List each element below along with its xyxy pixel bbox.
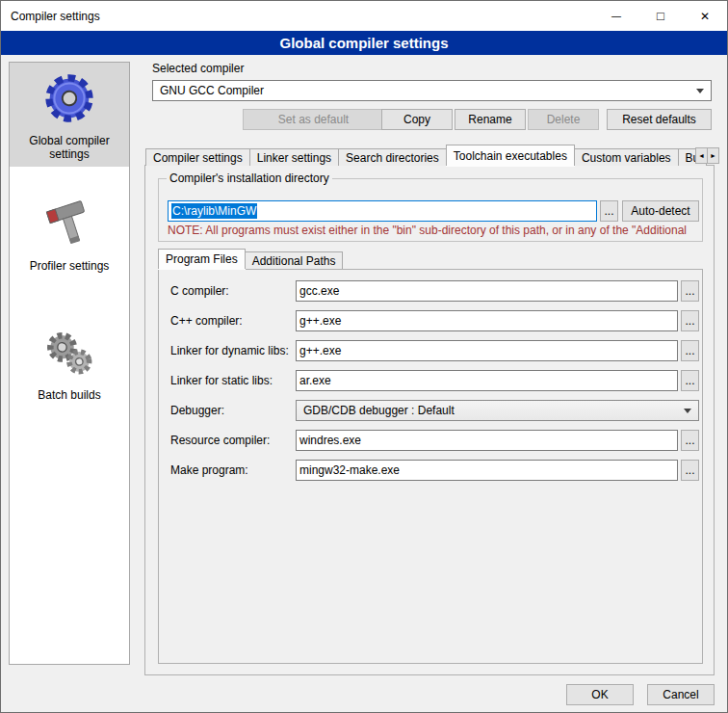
static-linker-input[interactable]: ar.exe [296, 370, 678, 391]
tab-toolchain-executables[interactable]: Toolchain executables [446, 145, 575, 166]
installation-directory-value: C:\raylib\MinGW [171, 203, 257, 219]
installation-directory-groupbox: Compiler's installation directory C:\ray… [158, 178, 703, 242]
cpp-compiler-browse-button[interactable]: ... [681, 310, 699, 331]
ok-button[interactable]: OK [566, 684, 634, 705]
sidebar-item-label: Batch builds [38, 388, 100, 402]
dropdown-arrow-icon [684, 409, 691, 413]
set-as-default-button: Set as default [243, 109, 384, 130]
form-row-resource-compiler: Resource compiler: windres.exe ... [159, 430, 702, 451]
resource-compiler-value: windres.exe [299, 434, 361, 447]
selected-compiler-label: Selected compiler [152, 62, 244, 75]
reset-defaults-button[interactable]: Reset defaults [607, 109, 712, 130]
static-linker-label: Linker for static libs: [170, 374, 273, 387]
debugger-label: Debugger: [170, 404, 224, 417]
tab-compiler-settings[interactable]: Compiler settings [145, 148, 250, 166]
installation-directory-browse-button[interactable]: ... [600, 200, 618, 222]
make-program-value: mingw32-make.exe [299, 463, 400, 477]
tab-scroll-right-icon[interactable]: ► [707, 147, 719, 164]
titlebar-buttons: — □ ✕ [594, 1, 727, 31]
dynamic-linker-value: g++.exe [299, 344, 341, 357]
sidebar-item-profiler-settings[interactable]: Profiler settings [10, 188, 129, 278]
cpp-compiler-label: C++ compiler: [170, 314, 243, 328]
minimize-button[interactable]: — [594, 1, 638, 31]
dropdown-arrow-icon [696, 89, 704, 93]
form-row-dynamic-linker: Linker for dynamic libs: g++.exe ... [159, 340, 702, 361]
make-program-label: Make program: [170, 463, 248, 477]
gray-gears-icon [39, 322, 100, 383]
program-files-tabstrip: Program Files Additional Paths [158, 249, 342, 269]
debugger-select[interactable]: GDB/CDB debugger : Default [296, 400, 699, 421]
installation-directory-title: Compiler's installation directory [167, 172, 332, 185]
cpp-compiler-input[interactable]: g++.exe [296, 310, 678, 331]
dynamic-linker-input[interactable]: g++.exe [296, 340, 678, 361]
resource-compiler-input[interactable]: windres.exe [296, 430, 678, 451]
installation-directory-input[interactable]: C:\raylib\MinGW [168, 200, 597, 222]
debugger-value: GDB/CDB debugger : Default [303, 404, 455, 417]
sidebar-item-label: Global compiler settings [12, 134, 127, 161]
tab-custom-variables[interactable]: Custom variables [574, 148, 679, 166]
blue-gear-icon [39, 67, 100, 129]
resource-compiler-label: Resource compiler: [170, 434, 270, 447]
c-compiler-value: gcc.exe [299, 284, 339, 298]
window-title: Compiler settings [1, 10, 100, 23]
cancel-button[interactable]: Cancel [647, 684, 715, 705]
form-row-cpp-compiler: C++ compiler: g++.exe ... [159, 310, 702, 331]
copy-button[interactable]: Copy [381, 109, 453, 130]
program-files-panel: C compiler: gcc.exe ... C++ compiler: g+… [158, 269, 703, 664]
tab-scroll-buttons: ◄ ► [696, 147, 719, 164]
selected-compiler-value: GNU GCC Compiler [160, 84, 264, 97]
resource-compiler-browse-button[interactable]: ... [681, 430, 699, 451]
compiler-tabstrip: Compiler settings Linker settings Search… [145, 145, 706, 166]
tab-search-directories[interactable]: Search directories [338, 148, 447, 166]
sidebar-item-batch-builds[interactable]: Batch builds [10, 317, 129, 408]
make-program-input[interactable]: mingw32-make.exe [296, 460, 678, 481]
form-row-static-linker: Linker for static libs: ar.exe ... [159, 370, 702, 391]
bin-subdirectory-note: NOTE: All programs must exist either in … [168, 224, 700, 237]
delete-button: Delete [528, 109, 599, 130]
dialog-header: Global compiler settings [1, 31, 727, 55]
compiler-settings-window: Compiler settings — □ ✕ Global compiler … [0, 0, 728, 713]
rename-button[interactable]: Rename [455, 109, 526, 130]
profiler-tool-icon [39, 193, 100, 254]
c-compiler-browse-button[interactable]: ... [681, 280, 699, 302]
dynamic-linker-browse-button[interactable]: ... [681, 340, 699, 361]
close-button[interactable]: ✕ [683, 1, 727, 31]
sidebar-item-global-compiler-settings[interactable]: Global compiler settings [10, 63, 129, 167]
static-linker-value: ar.exe [299, 374, 331, 387]
make-program-browse-button[interactable]: ... [681, 460, 699, 481]
c-compiler-label: C compiler: [170, 284, 229, 298]
sidebar-item-label: Profiler settings [30, 259, 110, 273]
maximize-icon: □ [657, 9, 664, 23]
c-compiler-input[interactable]: gcc.exe [296, 280, 678, 302]
dynamic-linker-label: Linker for dynamic libs: [170, 344, 289, 357]
selected-compiler-dropdown[interactable]: GNU GCC Compiler [152, 80, 712, 101]
maximize-button[interactable]: □ [638, 1, 683, 31]
auto-detect-button[interactable]: Auto-detect [622, 200, 699, 222]
form-row-c-compiler: C compiler: gcc.exe ... [159, 280, 702, 302]
cpp-compiler-value: g++.exe [299, 314, 341, 328]
tab-program-files[interactable]: Program Files [158, 249, 246, 269]
tab-additional-paths[interactable]: Additional Paths [245, 251, 344, 269]
close-icon: ✕ [700, 10, 710, 23]
tab-linker-settings[interactable]: Linker settings [249, 148, 339, 166]
form-row-debugger: Debugger: GDB/CDB debugger : Default [159, 400, 702, 421]
sidebar: Global compiler settings Profiler settin… [9, 62, 130, 665]
titlebar: Compiler settings — □ ✕ [1, 1, 727, 31]
minimize-icon: — [611, 11, 621, 21]
form-row-make-program: Make program: mingw32-make.exe ... [159, 460, 702, 481]
static-linker-browse-button[interactable]: ... [681, 370, 699, 391]
